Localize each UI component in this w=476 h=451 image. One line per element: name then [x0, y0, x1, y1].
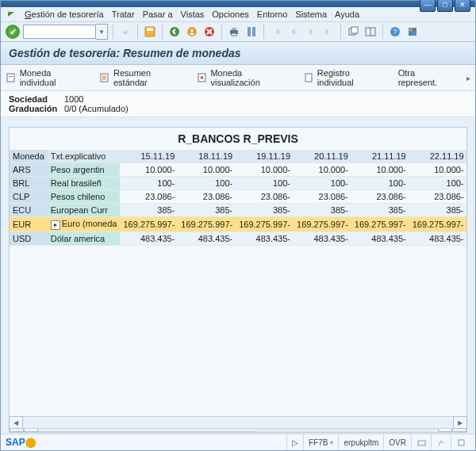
minimize-button[interactable]: — — [420, 0, 436, 12]
status-nav[interactable]: ▷ — [286, 434, 303, 450]
menu-gestion-tesoreria[interactable]: GGestión de tesoreríaestión de tesorería — [25, 10, 104, 19]
moneda-individual-label: Moneda individual — [20, 68, 89, 87]
cell-value: 169.275.997- — [178, 217, 236, 232]
cell-value: 385- — [236, 204, 294, 217]
command-dropdown-icon[interactable]: ▼ — [96, 24, 108, 40]
enter-button[interactable]: ✔ — [6, 25, 20, 39]
separator — [137, 25, 138, 39]
svg-rect-21 — [9, 76, 13, 77]
svg-point-27 — [200, 76, 203, 79]
back-icon[interactable] — [167, 25, 182, 39]
cell-value: 385- — [409, 204, 466, 217]
command-field[interactable]: ▼ — [23, 24, 108, 40]
col-header[interactable]: 20.11.19 — [294, 150, 351, 163]
cell-value: 100- — [178, 177, 236, 190]
cell-value: 169.275.997- — [294, 217, 351, 232]
currency-table[interactable]: MonedaTxt.explicativo15.11.1918.11.1919.… — [10, 150, 466, 246]
outer-scroll-right-icon[interactable]: ▶ — [453, 416, 467, 429]
col-header[interactable]: 22.11.19 — [409, 150, 466, 163]
col-header[interactable]: 19.11.19 — [236, 150, 294, 163]
menu-entorno[interactable]: Entorno — [257, 10, 288, 19]
menu-tratar[interactable]: Tratar — [112, 10, 135, 19]
cell-value: 169.275.997- — [120, 217, 178, 232]
col-header[interactable]: 18.11.19 — [178, 150, 236, 163]
command-input[interactable] — [23, 25, 96, 39]
cell-value: 483.435- — [294, 232, 351, 246]
cell-value: 100- — [236, 177, 294, 190]
menu-pasar-a[interactable]: Pasar a — [143, 10, 173, 19]
expand-icon[interactable]: ▸ — [51, 220, 60, 230]
menu-opciones[interactable]: Opciones — [212, 10, 248, 19]
col-header[interactable]: 15.11.19 — [120, 150, 178, 163]
cell-value: 23.086- — [120, 190, 178, 204]
menu-vistas[interactable]: Vistas — [181, 10, 205, 19]
col-header[interactable]: Moneda — [10, 150, 48, 163]
next-page-icon — [304, 25, 318, 39]
moneda-visualizacion-button[interactable]: Moneda visualización — [197, 68, 292, 87]
customize-icon[interactable] — [405, 25, 420, 39]
svg-rect-20 — [7, 74, 14, 82]
table-row[interactable]: BRLReal brasileñ100-100-100-100-100-100-… — [10, 177, 466, 190]
new-session-icon[interactable] — [346, 25, 360, 39]
status-icon3[interactable] — [451, 434, 470, 450]
maximize-button[interactable]: □ — [437, 0, 453, 12]
table-row[interactable]: EUR▸Euro (moneda169.275.997-169.275.997-… — [10, 217, 466, 232]
currency-text: ▸Euro (moneda — [48, 217, 121, 232]
layout-icon[interactable] — [363, 25, 378, 39]
more-icon[interactable]: ▸ — [466, 74, 470, 82]
status-ovr: OVR — [383, 434, 411, 450]
currency-code: EUR — [10, 217, 48, 232]
table-row[interactable]: USDDólar america483.435-483.435-483.435-… — [10, 232, 466, 246]
help-icon[interactable]: ? — [388, 25, 402, 39]
svg-rect-6 — [232, 28, 236, 30]
menu-ayuda[interactable]: Ayuda — [335, 10, 359, 19]
status-icon2[interactable] — [431, 434, 451, 450]
table-row[interactable]: ARSPeso argentin10.000-10.000-10.000-10.… — [10, 163, 466, 177]
menu-sistema[interactable]: Sistema — [295, 10, 327, 19]
col-header[interactable]: Txt.explicativo — [48, 150, 121, 163]
separator — [162, 25, 163, 39]
cell-value: 385- — [178, 204, 236, 217]
registro-individual-label: Registro individual — [317, 68, 387, 87]
svg-rect-17 — [409, 29, 412, 31]
registro-individual-button[interactable]: Registro individual — [303, 68, 386, 87]
exit-icon[interactable] — [185, 25, 199, 39]
svg-point-2 — [170, 27, 179, 36]
cell-value: 10.000- — [409, 163, 466, 177]
cell-value: 385- — [294, 204, 351, 217]
table-row[interactable]: ECUEuropean Curr385-385-385-385-385-385-… — [10, 204, 466, 217]
svg-rect-11 — [351, 27, 358, 33]
cell-value: 100- — [409, 177, 466, 190]
status-bar: SAP⬤ ▷ FF7B▾ erpukpltm OVR — [1, 434, 475, 450]
separator — [221, 25, 222, 39]
separator — [113, 25, 113, 39]
status-icon1[interactable] — [411, 434, 431, 450]
table-row[interactable]: CLPPesos chileno23.086-23.086-23.086-23.… — [10, 190, 466, 204]
col-header[interactable]: 21.11.19 — [351, 150, 409, 163]
cell-value: 10.000- — [120, 163, 178, 177]
save-icon[interactable] — [143, 25, 157, 39]
moneda-individual-button[interactable]: Moneda individual — [6, 68, 88, 87]
otra-represent-button[interactable]: Otra represent. — [398, 68, 455, 87]
svg-text:?: ? — [393, 28, 397, 36]
currency-code: USD — [10, 232, 48, 246]
svg-rect-9 — [252, 27, 255, 36]
page-title: Gestión de tesorería: Resumen de monedas — [1, 42, 475, 65]
currency-code: CLP — [10, 190, 48, 204]
cancel-icon[interactable] — [202, 25, 217, 39]
svg-rect-28 — [305, 74, 312, 82]
cell-value: 169.275.997- — [409, 217, 466, 232]
svg-rect-8 — [248, 27, 251, 36]
resumen-estandar-button[interactable]: Resumen estándar — [99, 68, 185, 87]
close-button[interactable]: ✕ — [455, 0, 470, 12]
find-icon[interactable] — [244, 25, 259, 39]
cell-value: 23.086- — [178, 190, 236, 204]
print-icon[interactable] — [227, 25, 241, 39]
currency-grid: R_BANCOS R_PREVIS MonedaTxt.explicativo1… — [9, 127, 467, 433]
outer-scroll-left-icon[interactable]: ◀ — [9, 416, 23, 429]
content-h-scrollbar[interactable]: ◀ ▶ — [9, 416, 467, 429]
list-icon — [99, 72, 110, 83]
currency-text: European Curr — [48, 204, 121, 217]
back-last-icon: « — [118, 25, 132, 39]
graduacion-label: Graduación — [9, 104, 64, 113]
